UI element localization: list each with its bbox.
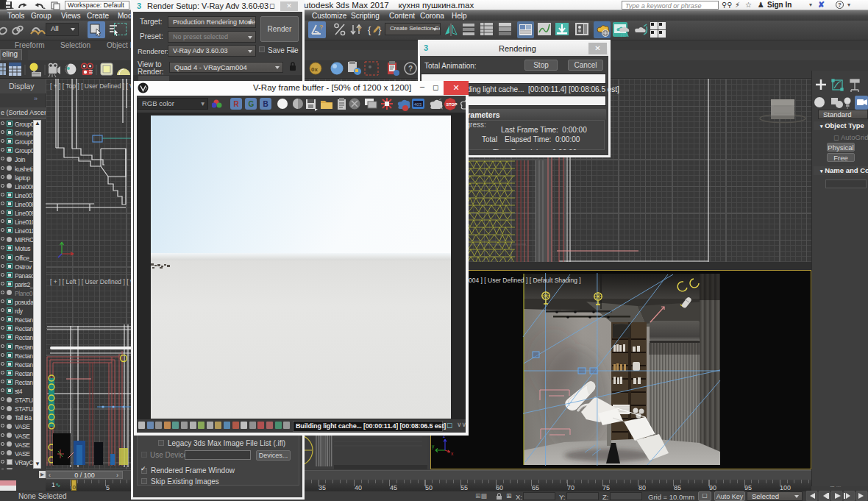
svg-text:?: ? xyxy=(319,24,324,31)
svg-text:?: ? xyxy=(408,65,413,73)
svg-text:y: y xyxy=(432,444,435,450)
svg-text:R: R xyxy=(234,100,240,108)
svg-text:0x: 0x xyxy=(311,66,318,73)
svg-text:B: B xyxy=(263,100,268,108)
svg-text:x: x xyxy=(451,451,454,456)
svg-text:{: { xyxy=(368,24,371,35)
svg-text:004 ] [ User Defined ] [ Defau: 004 ] [ User Defined ] [ Default Shading… xyxy=(469,277,581,284)
svg-text:STOP: STOP xyxy=(447,102,458,107)
svg-text:?: ? xyxy=(357,25,362,32)
svg-text:403: 403 xyxy=(414,102,422,107)
svg-text:G: G xyxy=(249,100,255,108)
svg-text:}: } xyxy=(378,24,382,35)
